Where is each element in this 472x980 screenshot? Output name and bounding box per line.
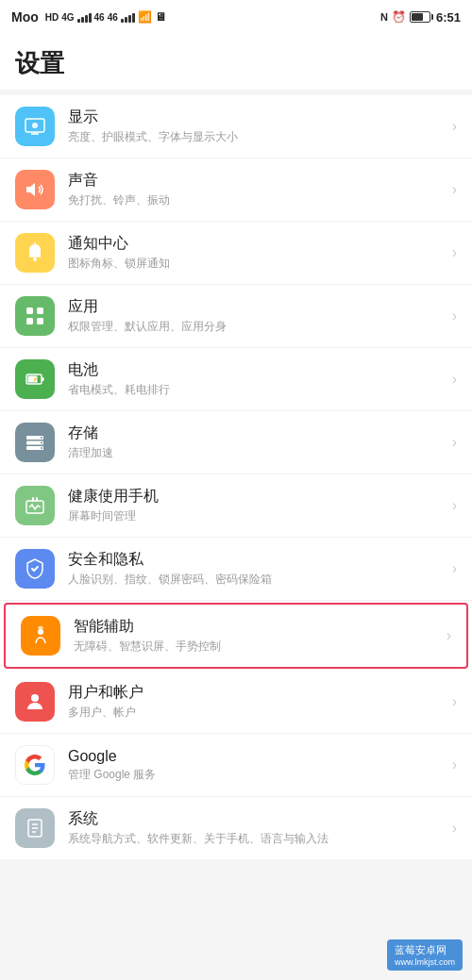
battery-text: 电池省电模式、耗电排行 <box>68 360 445 398</box>
svg-rect-23 <box>32 497 34 502</box>
battery-chevron-icon: › <box>452 371 457 388</box>
google-title: Google <box>68 748 445 765</box>
notification-subtitle: 图标角标、锁屏通知 <box>68 256 445 272</box>
settings-item-security[interactable]: 安全和隐私人脸识别、指纹、锁屏密码、密码保险箱› <box>0 538 472 601</box>
svg-marker-4 <box>26 183 35 196</box>
svg-point-3 <box>32 123 38 128</box>
apps-chevron-icon: › <box>452 307 457 324</box>
health-icon-wrapper <box>15 486 55 525</box>
settings-item-apps[interactable]: 应用权限管理、默认应用、应用分身› <box>0 285 472 348</box>
svg-rect-9 <box>37 307 43 314</box>
apps-title: 应用 <box>68 297 445 317</box>
notification-chevron-icon: › <box>452 244 457 261</box>
network-46-2: 46 <box>108 12 118 23</box>
signal-4g: 4G <box>61 12 74 23</box>
sound-icon-wrapper <box>15 170 55 209</box>
wifi-icon: 📶 <box>138 10 152 24</box>
svg-point-19 <box>41 437 42 439</box>
display-icon-wrapper <box>15 107 55 146</box>
settings-item-health[interactable]: 健康使用手机屏幕时间管理› <box>0 474 472 538</box>
status-right: N ⏰ 6:51 <box>380 10 461 25</box>
settings-item-sound[interactable]: 声音免打扰、铃声、振动› <box>0 158 472 222</box>
svg-point-6 <box>33 257 37 261</box>
user-icon-wrapper <box>15 682 55 722</box>
display-title: 显示 <box>68 108 445 127</box>
cast-icon: 🖥 <box>155 10 166 24</box>
system-text: 系统系统导航方式、软件更新、关于手机、语言与输入法 <box>68 809 445 847</box>
apps-subtitle: 权限管理、默认应用、应用分身 <box>68 319 445 335</box>
nfc-icon: N <box>380 11 388 23</box>
status-bar: Moo HD 4G 46 46 📶 🖥 N ⏰ 6:51 <box>0 0 472 34</box>
system-title: 系统 <box>68 809 445 829</box>
display-subtitle: 亮度、护眼模式、字体与显示大小 <box>68 129 445 145</box>
network-type: HD <box>45 12 59 23</box>
security-chevron-icon: › <box>452 560 457 577</box>
app-logo: Moo <box>11 9 39 25</box>
storage-chevron-icon: › <box>452 434 457 451</box>
watermark-url: www.lmkjst.com <box>395 957 455 967</box>
settings-item-system[interactable]: 系统系统导航方式、软件更新、关于手机、语言与输入法› <box>0 797 472 859</box>
user-subtitle: 多用户、帐户 <box>68 705 445 721</box>
storage-subtitle: 清理加速 <box>68 445 445 461</box>
battery-subtitle: 省电模式、耗电排行 <box>68 382 445 398</box>
settings-item-google[interactable]: Google管理 Google 服务› <box>0 734 472 797</box>
health-subtitle: 屏幕时间管理 <box>68 508 445 524</box>
alarm-icon: ⏰ <box>392 10 406 24</box>
settings-item-storage[interactable]: 存储清理加速› <box>0 411 472 474</box>
svg-rect-14 <box>42 377 44 381</box>
notification-text: 通知中心图标角标、锁屏通知 <box>68 234 445 272</box>
apps-text: 应用权限管理、默认应用、应用分身 <box>68 297 445 335</box>
settings-list: 显示亮度、护眼模式、字体与显示大小› 声音免打扰、铃声、振动› 通知中心图标角标… <box>0 95 472 859</box>
page-title: 设置 <box>15 47 457 80</box>
google-subtitle: 管理 Google 服务 <box>68 767 445 783</box>
apps-icon-wrapper <box>15 296 55 336</box>
svg-point-26 <box>31 694 39 702</box>
settings-item-battery[interactable]: ⚡ 电池省电模式、耗电排行› <box>0 348 472 411</box>
settings-item-assist[interactable]: 智能辅助无障碍、智慧识屏、手势控制› <box>4 603 468 669</box>
settings-item-display[interactable]: 显示亮度、护眼模式、字体与显示大小› <box>0 95 472 158</box>
notification-title: 通知中心 <box>68 234 445 254</box>
settings-item-notification[interactable]: 通知中心图标角标、锁屏通知› <box>0 222 472 285</box>
sound-text: 声音免打扰、铃声、振动 <box>68 171 445 208</box>
system-chevron-icon: › <box>452 820 457 837</box>
health-text: 健康使用手机屏幕时间管理 <box>68 487 445 524</box>
svg-point-20 <box>41 442 42 444</box>
svg-rect-8 <box>26 307 33 314</box>
assist-chevron-icon: › <box>447 627 451 644</box>
display-chevron-icon: › <box>452 118 457 135</box>
assist-subtitle: 无障碍、智慧识屏、手势控制 <box>74 639 439 655</box>
battery-icon-wrapper: ⚡ <box>15 359 55 399</box>
assist-text: 智能辅助无障碍、智慧识屏、手势控制 <box>74 617 439 655</box>
settings-item-user[interactable]: 用户和帐户多用户、帐户› <box>0 671 472 734</box>
google-text: Google管理 Google 服务 <box>68 748 445 783</box>
system-subtitle: 系统导航方式、软件更新、关于手机、语言与输入法 <box>68 831 445 847</box>
storage-text: 存储清理加速 <box>68 424 445 461</box>
display-text: 显示亮度、护眼模式、字体与显示大小 <box>68 108 445 145</box>
user-title: 用户和帐户 <box>68 683 445 703</box>
assist-title: 智能辅助 <box>74 617 439 637</box>
battery-fill <box>412 13 423 21</box>
security-icon-wrapper <box>15 549 55 589</box>
battery-icon <box>410 11 430 23</box>
assist-icon-wrapper <box>21 616 60 656</box>
page-title-bar: 设置 <box>0 34 472 90</box>
svg-rect-10 <box>26 318 33 324</box>
health-chevron-icon: › <box>452 497 457 514</box>
svg-text:⚡: ⚡ <box>32 376 39 383</box>
svg-rect-24 <box>36 497 38 502</box>
signal-strength-2 <box>121 11 135 23</box>
svg-rect-11 <box>37 318 43 324</box>
sound-subtitle: 免打扰、铃声、振动 <box>68 192 445 208</box>
status-left: Moo HD 4G 46 46 📶 🖥 <box>11 9 166 25</box>
svg-point-21 <box>41 447 42 449</box>
user-chevron-icon: › <box>452 693 457 710</box>
health-title: 健康使用手机 <box>68 487 445 507</box>
storage-icon-wrapper <box>15 423 55 462</box>
security-text: 安全和隐私人脸识别、指纹、锁屏密码、密码保险箱 <box>68 550 445 588</box>
system-icon-wrapper <box>15 808 55 848</box>
storage-title: 存储 <box>68 424 445 443</box>
security-subtitle: 人脸识别、指纹、锁屏密码、密码保险箱 <box>68 572 445 588</box>
notification-icon-wrapper <box>15 233 55 273</box>
security-title: 安全和隐私 <box>68 550 445 570</box>
watermark-site: 蓝莓安卓网 <box>395 943 455 957</box>
